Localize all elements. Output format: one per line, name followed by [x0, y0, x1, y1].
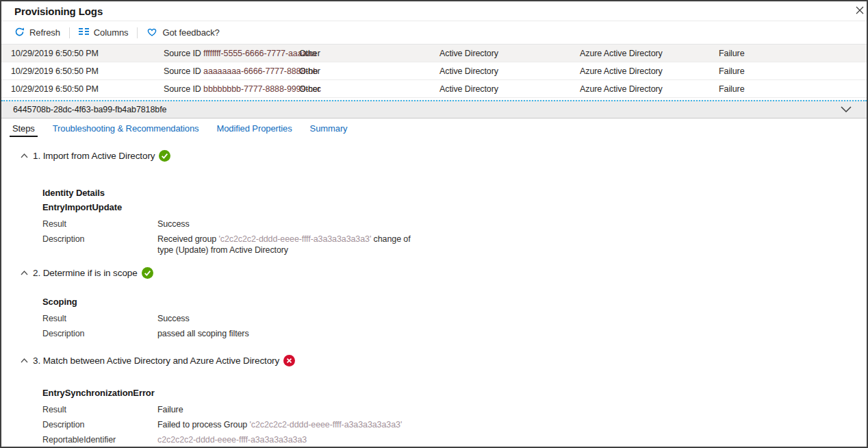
- cell-timestamp: 10/29/2019 6:50:50 PM: [11, 84, 99, 94]
- cell-type: Other: [299, 49, 320, 58]
- columns-label: Columns: [94, 27, 129, 38]
- section-heading: EntryImportUpdate: [42, 202, 867, 212]
- record-expander-header[interactable]: 6445708b-28dc-4f63-ba99-fb4ab7818bfe: [1, 100, 867, 119]
- chevron-up-icon[interactable]: [21, 358, 28, 363]
- cell-identity: Source ID ffffffff-5555-6666-7777-aaaaaa: [164, 49, 316, 58]
- cell-status: Failure: [719, 66, 745, 76]
- toolbar-divider: [69, 27, 70, 38]
- cell-type: Other: [299, 66, 320, 76]
- step-title: 1. Import from Active Directory: [33, 151, 155, 161]
- section-heading: EntrySynchronizationError: [42, 388, 867, 398]
- cell-status: Failure: [719, 84, 745, 94]
- step-details: Identity Details EntryImportUpdate Resul…: [42, 188, 867, 256]
- detail-row: Result Failure: [42, 404, 867, 415]
- chevron-up-icon[interactable]: [21, 153, 28, 158]
- step-3: 3. Match between Active Directory and Az…: [1, 353, 867, 445]
- step-1: 1. Import from Active Directory Identity…: [1, 148, 867, 256]
- feedback-button[interactable]: Got feedback?: [146, 27, 219, 39]
- cell-target-system: Azure Active Directory: [580, 84, 663, 94]
- cell-source-system: Active Directory: [439, 66, 498, 76]
- provisioning-logs-panel: Provisioning Logs Refresh Columns Got fe…: [0, 0, 868, 448]
- cell-source-system: Active Directory: [439, 49, 498, 58]
- entity-id: 'c2c2c2c2-dddd-eeee-ffff-a3a3a3a3a3a3': [249, 420, 402, 430]
- feedback-label: Got feedback?: [162, 27, 219, 38]
- step-title: 3. Match between Active Directory and Az…: [33, 356, 279, 366]
- refresh-icon: [14, 27, 25, 39]
- cell-identity: Source ID bbbbbbbb-7777-8888-9999-ccc: [164, 84, 321, 94]
- tab-steps[interactable]: Steps: [11, 119, 36, 138]
- refresh-button[interactable]: Refresh: [14, 27, 60, 39]
- tab-troubleshooting[interactable]: Troubleshooting & Recommendations: [51, 119, 201, 138]
- cell-target-system: Azure Active Directory: [580, 49, 663, 58]
- detail-row: Result Success: [42, 313, 867, 324]
- columns-button[interactable]: Columns: [79, 27, 129, 38]
- provisioning-log-table: 10/29/2019 6:50:50 PM Source ID ffffffff…: [1, 44, 867, 98]
- step-2: 2. Determine if is in scope Scoping Resu…: [1, 265, 867, 339]
- close-icon[interactable]: [855, 5, 865, 15]
- tab-summary[interactable]: Summary: [309, 119, 349, 138]
- cell-type: Other: [299, 84, 320, 94]
- table-row[interactable]: 10/29/2019 6:50:50 PM Source ID bbbbbbbb…: [1, 80, 867, 98]
- success-icon: [159, 150, 170, 162]
- cell-target-system: Azure Active Directory: [580, 66, 663, 76]
- chevron-up-icon[interactable]: [21, 271, 28, 275]
- command-bar: Refresh Columns Got feedback?: [1, 21, 867, 44]
- columns-icon: [79, 27, 89, 38]
- step-title: 2. Determine if is in scope: [33, 268, 138, 278]
- detail-row: Description Failed to process Group 'c2c…: [42, 419, 867, 430]
- title-bar: Provisioning Logs: [1, 1, 867, 21]
- detail-tabs: Steps Troubleshooting & Recommendations …: [1, 119, 867, 138]
- step-details: Scoping Result Success Description passe…: [42, 297, 867, 339]
- page-title: Provisioning Logs: [14, 5, 103, 17]
- cell-identity: Source ID aaaaaaaa-6666-7777-8888-bb: [164, 66, 318, 76]
- steps-panel: 1. Import from Active Directory Identity…: [1, 138, 867, 445]
- table-row[interactable]: 10/29/2019 6:50:50 PM Source ID aaaaaaaa…: [1, 62, 867, 80]
- toolbar-divider: [137, 27, 138, 38]
- step-header: 3. Match between Active Directory and Az…: [1, 353, 867, 368]
- section-heading: Identity Details: [42, 188, 867, 198]
- success-icon: [142, 267, 153, 279]
- cell-status: Failure: [719, 49, 745, 58]
- heart-icon: [146, 27, 157, 39]
- refresh-label: Refresh: [29, 27, 60, 38]
- detail-row: Result Success: [42, 219, 867, 229]
- section-heading: Scoping: [42, 297, 867, 307]
- error-icon: [283, 355, 295, 366]
- detail-row: Description passed all scoping filters: [42, 328, 867, 339]
- cell-timestamp: 10/29/2019 6:50:50 PM: [11, 66, 99, 76]
- step-header: 1. Import from Active Directory: [1, 148, 867, 163]
- cell-timestamp: 10/29/2019 6:50:50 PM: [11, 49, 99, 58]
- step-header: 2. Determine if is in scope: [1, 265, 867, 280]
- record-id: 6445708b-28dc-4f63-ba99-fb4ab7818bfe: [13, 105, 166, 114]
- detail-row: Description Received group 'c2c2c2c2-ddd…: [42, 234, 867, 256]
- step-details: EntrySynchronizationError Result Failure…: [42, 388, 867, 445]
- table-row[interactable]: 10/29/2019 6:50:50 PM Source ID ffffffff…: [1, 45, 867, 62]
- cell-source-system: Active Directory: [439, 84, 498, 94]
- tab-modified-properties[interactable]: Modified Properties: [215, 119, 293, 138]
- entity-id: c2c2c2c2-dddd-eeee-ffff-a3a3a3a3a3a3: [157, 435, 307, 445]
- chevron-down-icon[interactable]: [841, 105, 852, 114]
- entity-id: 'c2c2c2c2-dddd-eeee-ffff-a3a3a3a3a3a3': [219, 234, 372, 244]
- detail-row: ReportableIdentifier c2c2c2c2-dddd-eeee-…: [42, 434, 867, 445]
